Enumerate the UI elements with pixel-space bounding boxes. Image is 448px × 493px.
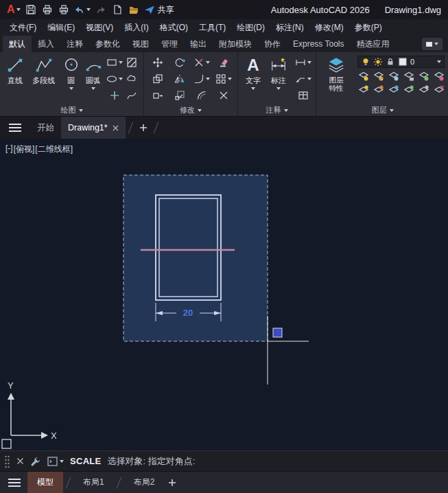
layer-controls: 0: [353, 54, 446, 104]
file-tabs-menu-button[interactable]: [5, 119, 25, 136]
layer-off-tool-icon[interactable]: [358, 71, 369, 82]
offset-tool[interactable]: [196, 90, 207, 101]
redo-button[interactable]: [93, 2, 108, 17]
menu-dimension[interactable]: 标注(N): [270, 19, 309, 36]
move-tool[interactable]: [152, 57, 163, 68]
fillet-tool[interactable]: [193, 73, 210, 84]
recent-commands-button[interactable]: [47, 457, 64, 466]
app-menu-button[interactable]: A: [5, 2, 22, 17]
tab-model[interactable]: 模型: [27, 472, 63, 493]
menu-draw[interactable]: 绘图(D): [231, 19, 270, 36]
wrench-icon[interactable]: [30, 456, 41, 467]
ribbon-tab-express[interactable]: Express Tools: [287, 36, 350, 52]
arc-tool[interactable]: 圆弧: [82, 54, 104, 90]
close-icon[interactable]: [113, 125, 119, 131]
ribbon-tab-view[interactable]: 视图: [126, 36, 155, 52]
menu-tools[interactable]: 工具(T): [193, 19, 231, 36]
tab-layout1[interactable]: 布局1: [73, 472, 114, 493]
menu-edit[interactable]: 编辑(E): [42, 19, 80, 36]
array-tool[interactable]: [215, 73, 232, 84]
ribbon-tab-parametric[interactable]: 参数化: [89, 36, 126, 52]
offset-icon: [196, 90, 207, 101]
print-button[interactable]: [56, 2, 71, 17]
dimension-value: 20: [183, 308, 193, 318]
share-button[interactable]: 共享: [143, 2, 176, 17]
ribbon-tab-insert[interactable]: 插入: [32, 36, 60, 52]
tab-layout2[interactable]: 布局2: [124, 472, 165, 493]
panel-label-modify[interactable]: 修改: [144, 104, 237, 116]
layer-unlock-tool-icon[interactable]: [388, 84, 399, 95]
ribbon-display-toggle[interactable]: [422, 38, 443, 50]
undo-button[interactable]: [73, 2, 92, 17]
chevron-down-icon: [16, 8, 21, 11]
panel-label-annotation[interactable]: 注释: [238, 104, 316, 116]
layer-prev-tool-icon[interactable]: [434, 71, 445, 82]
menu-format[interactable]: 格式(O): [154, 19, 193, 36]
ribbon-tab-output[interactable]: 输出: [184, 36, 213, 52]
linear-dimension-tool[interactable]: [295, 57, 311, 68]
multileader-tool[interactable]: [295, 73, 311, 84]
close-icon[interactable]: [16, 457, 24, 465]
layer-merge-tool-icon[interactable]: [418, 84, 429, 95]
panel-label-draw[interactable]: 绘图: [0, 104, 143, 116]
drawing-canvas[interactable]: [-] [俯视] [二维线框] 20: [0, 139, 448, 450]
new-drawing-button[interactable]: [110, 2, 125, 17]
hatch-tool[interactable]: [126, 57, 137, 68]
text-tool[interactable]: A 文字: [241, 54, 266, 90]
tab-start[interactable]: 开始: [30, 117, 61, 139]
menu-modify[interactable]: 修改(M): [309, 19, 349, 36]
panel-label-layers[interactable]: 图层: [316, 104, 448, 116]
circle-tool[interactable]: 圆: [60, 54, 82, 90]
tab-drawing1[interactable]: Drawing1*: [61, 117, 126, 139]
menu-file[interactable]: 文件(F): [4, 19, 42, 36]
ribbon-tab-featured[interactable]: 精选应用: [350, 36, 395, 52]
table-tool[interactable]: [298, 90, 309, 101]
add-layout-button[interactable]: [164, 474, 180, 491]
open-button[interactable]: [126, 2, 141, 17]
new-drawing-tab-button[interactable]: [136, 120, 151, 135]
rectangle-tool[interactable]: [106, 57, 123, 68]
scale-tool[interactable]: [174, 90, 185, 101]
menu-parametric[interactable]: 参数(P): [349, 19, 388, 36]
layer-match-tool-icon[interactable]: [418, 71, 429, 82]
chevron-down-icon: [69, 87, 73, 90]
trim-tool[interactable]: [193, 57, 210, 68]
layer-isolate-tool-icon[interactable]: [373, 71, 384, 82]
ribbon-tab-manage[interactable]: 管理: [155, 36, 184, 52]
linear-dim-icon: [295, 57, 306, 68]
layer-select[interactable]: 0: [357, 56, 445, 68]
layout-menu-button[interactable]: [4, 474, 25, 492]
ribbon-tab-annotate[interactable]: 注释: [60, 36, 89, 52]
command-line[interactable]: SCALE 选择对象: 指定对角点:: [0, 450, 448, 471]
polyline-tool[interactable]: 多段线: [27, 54, 60, 86]
menu-insert[interactable]: 插入(I): [119, 19, 154, 36]
erase-tool[interactable]: [218, 57, 229, 68]
layer-on-tool-icon[interactable]: [358, 84, 369, 95]
point-tool[interactable]: [109, 90, 120, 101]
spline-tool[interactable]: [126, 90, 137, 101]
copy-tool[interactable]: [152, 73, 163, 84]
layer-walk-tool-icon[interactable]: [403, 84, 414, 95]
dimension-tool[interactable]: 标注: [266, 54, 292, 90]
revision-cloud-tool[interactable]: [126, 73, 137, 84]
ribbon-tab-collaborate[interactable]: 协作: [258, 36, 287, 52]
menu-view[interactable]: 视图(V): [80, 19, 119, 36]
ucs-x-label: X: [51, 431, 57, 441]
layer-delete-tool-icon[interactable]: [434, 84, 445, 95]
ribbon-tab-home[interactable]: 默认: [3, 36, 32, 52]
drag-grip-icon[interactable]: [4, 455, 10, 468]
stretch-tool[interactable]: [152, 90, 163, 101]
layer-thaw-tool-icon[interactable]: [373, 84, 384, 95]
tab-separator: [116, 477, 121, 488]
ribbon-tab-addins[interactable]: 附加模块: [213, 36, 258, 52]
explode-tool[interactable]: [218, 90, 229, 101]
layer-freeze-tool-icon[interactable]: [388, 71, 399, 82]
layer-properties-tool[interactable]: 图层 特性: [319, 54, 353, 104]
layer-lock-tool-icon[interactable]: [403, 71, 414, 82]
save-button[interactable]: [23, 2, 38, 17]
line-tool[interactable]: 直线: [3, 54, 27, 86]
rotate-tool[interactable]: [174, 57, 185, 68]
mirror-tool[interactable]: [174, 73, 185, 84]
ellipse-tool[interactable]: [106, 73, 123, 84]
plot-button[interactable]: [40, 2, 55, 17]
